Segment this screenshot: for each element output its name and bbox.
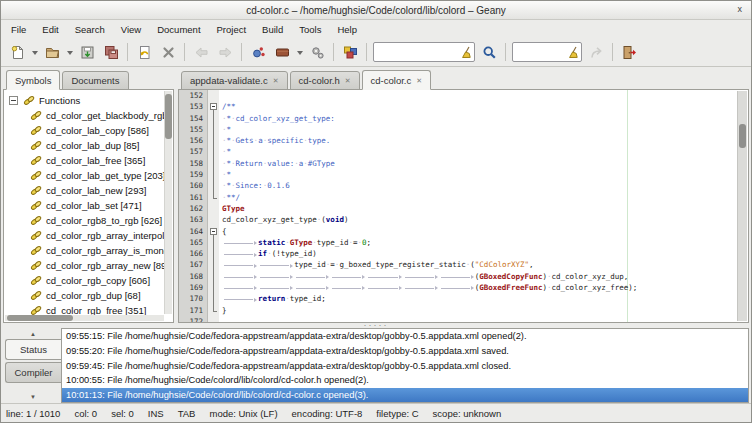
menu-item-file[interactable]: File: [3, 22, 34, 37]
symbol-item[interactable]: cd_color_rgb_array_new [896]: [4, 258, 164, 273]
goto-line-entry-input[interactable]: [516, 45, 568, 59]
compile-button[interactable]: [246, 40, 270, 64]
search-button[interactable]: [477, 40, 501, 64]
execute-button[interactable]: [305, 40, 329, 64]
line-number[interactable]: 159: [179, 169, 208, 180]
sidebar-tab-symbols[interactable]: Symbols: [6, 70, 60, 90]
editor-view[interactable]: 152153/**154·*·cd_color_xyz_get_type:155…: [178, 89, 749, 323]
menu-item-edit[interactable]: Edit: [34, 22, 66, 37]
search-entry[interactable]: [373, 42, 475, 62]
code-line-152[interactable]: 152: [179, 90, 738, 101]
close-button[interactable]: [156, 40, 180, 64]
broom-icon[interactable]: [568, 46, 579, 59]
scrollbar-thumb[interactable]: [7, 315, 73, 321]
code-line-157[interactable]: 157·*: [179, 146, 738, 157]
broom-icon[interactable]: [461, 46, 472, 59]
menu-item-document[interactable]: Document: [149, 22, 208, 37]
menu-item-build[interactable]: Build: [254, 22, 291, 37]
window-close-icon[interactable]: x: [738, 3, 743, 16]
code-line-168[interactable]: 168(GBoxedCopyFunc)·cd_color_xyz_dup,: [179, 271, 738, 282]
menu-item-help[interactable]: Help: [329, 22, 365, 37]
line-number[interactable]: 164: [179, 226, 208, 237]
new-file-dropdown[interactable]: [29, 40, 40, 64]
line-number[interactable]: 171: [179, 305, 208, 316]
message-tab-status[interactable]: Status: [5, 339, 61, 360]
new-file-button[interactable]: [5, 40, 29, 64]
line-number[interactable]: 162: [179, 203, 208, 214]
tab-scroll-down-icon[interactable]: ▼: [5, 392, 61, 402]
status-message-row[interactable]: 09:55:15: File /home/hughsie/Code/fedora…: [62, 329, 748, 344]
quit-button[interactable]: [617, 40, 641, 64]
code-line-154[interactable]: 154·*·cd_color_xyz_get_type:: [179, 113, 738, 124]
fold-marker-icon[interactable]: [208, 101, 219, 112]
sidebar-tab-documents[interactable]: Documents: [62, 71, 128, 90]
symbol-item[interactable]: cd_color_rgb_array_interpolate [9: [4, 228, 164, 243]
code-line-164[interactable]: 164{: [179, 226, 738, 237]
line-number[interactable]: 157: [179, 146, 208, 157]
build-dropdown[interactable]: [294, 40, 305, 64]
editor-tab-cd-color-c[interactable]: cd-color.c✕: [362, 70, 432, 90]
code-line-166[interactable]: 166if·(!type_id): [179, 248, 738, 259]
line-number[interactable]: 168: [179, 271, 208, 282]
code-line-158[interactable]: 158·*·Return·value:·a·#GType: [179, 158, 738, 169]
line-number[interactable]: 156: [179, 135, 208, 146]
navigate-forward-button[interactable]: [213, 40, 237, 64]
color-chooser-button[interactable]: [338, 40, 362, 64]
symbol-item[interactable]: cd_color_lab_set [471]: [4, 198, 164, 213]
code-line-161[interactable]: 161·**/: [179, 192, 738, 203]
sidebar-vertical-scrollbar[interactable]: [164, 91, 172, 314]
symbol-item[interactable]: cd_color_lab_dup [85]: [4, 138, 164, 153]
line-number[interactable]: 154: [179, 113, 208, 124]
code-line-159[interactable]: 159·*: [179, 169, 738, 180]
menu-item-tools[interactable]: Tools: [291, 22, 329, 37]
build-button[interactable]: [270, 40, 294, 64]
scrollbar-thumb[interactable]: [739, 124, 746, 148]
status-message-row[interactable]: 10:00:55: File /home/hughsie/Code/colord…: [62, 373, 748, 388]
editor-vertical-scrollbar[interactable]: [737, 91, 747, 321]
save-all-button[interactable]: [99, 40, 123, 64]
code-line-156[interactable]: 156·*·Gets·a·specific·type.: [179, 135, 738, 146]
line-number[interactable]: 158: [179, 158, 208, 169]
code-line-165[interactable]: 165static·GType·type_id·=·0;: [179, 237, 738, 248]
menu-item-project[interactable]: Project: [209, 22, 255, 37]
line-number[interactable]: 172: [179, 316, 208, 322]
line-number[interactable]: 160: [179, 180, 208, 191]
open-file-button[interactable]: [40, 40, 64, 64]
line-number[interactable]: 169: [179, 282, 208, 293]
editor-tab-cd-color-h[interactable]: cd-color.h✕: [290, 71, 360, 90]
tab-scroll-up-icon[interactable]: ▲: [5, 329, 61, 339]
search-entry-input[interactable]: [377, 45, 461, 59]
line-number[interactable]: 166: [179, 248, 208, 259]
line-number[interactable]: 170: [179, 293, 208, 304]
save-button[interactable]: [75, 40, 99, 64]
symbol-item[interactable]: cd_color_lab_get_type [203]: [4, 168, 164, 183]
tab-close-icon[interactable]: ✕: [416, 77, 422, 85]
code-line-172[interactable]: 172: [179, 316, 738, 322]
navigate-back-button[interactable]: [189, 40, 213, 64]
line-number[interactable]: 155: [179, 124, 208, 135]
symbol-item[interactable]: cd_color_rgb_free [351]: [4, 303, 164, 315]
code-line-160[interactable]: 160·*·Since:·0.1.6: [179, 180, 738, 191]
code-line-171[interactable]: 171}: [179, 305, 738, 316]
menu-item-search[interactable]: Search: [67, 22, 113, 37]
symbol-item[interactable]: cd_color_rgb_copy [606]: [4, 273, 164, 288]
symbol-item[interactable]: cd_color_lab_new [293]: [4, 183, 164, 198]
menu-item-view[interactable]: View: [113, 22, 149, 37]
code-line-162[interactable]: 162GType: [179, 203, 738, 214]
fold-marker-icon[interactable]: [208, 226, 219, 237]
line-number[interactable]: 163: [179, 214, 208, 225]
tree-root-functions[interactable]: Functions: [4, 93, 164, 108]
line-number[interactable]: 165: [179, 237, 208, 248]
status-message-row[interactable]: 09:59:45: File /home/hughsie/Code/fedora…: [62, 358, 748, 373]
symbol-item[interactable]: cd_color_get_blackbody_rgb [99: [4, 108, 164, 123]
revert-button[interactable]: [132, 40, 156, 64]
code-area[interactable]: 152153/**154·*·cd_color_xyz_get_type:155…: [179, 90, 738, 322]
scrollbar-thumb[interactable]: [165, 94, 172, 139]
symbol-item[interactable]: cd_color_lab_copy [586]: [4, 123, 164, 138]
line-number[interactable]: 152: [179, 90, 208, 101]
code-line-163[interactable]: 163cd_color_xyz_get_type·(void): [179, 214, 738, 225]
collapse-expander-icon[interactable]: [9, 96, 18, 105]
code-line-169[interactable]: 169(GBoxedFreeFunc)·cd_color_xyz_free);: [179, 282, 738, 293]
line-number[interactable]: 153: [179, 101, 208, 112]
goto-line-button[interactable]: [584, 40, 608, 64]
